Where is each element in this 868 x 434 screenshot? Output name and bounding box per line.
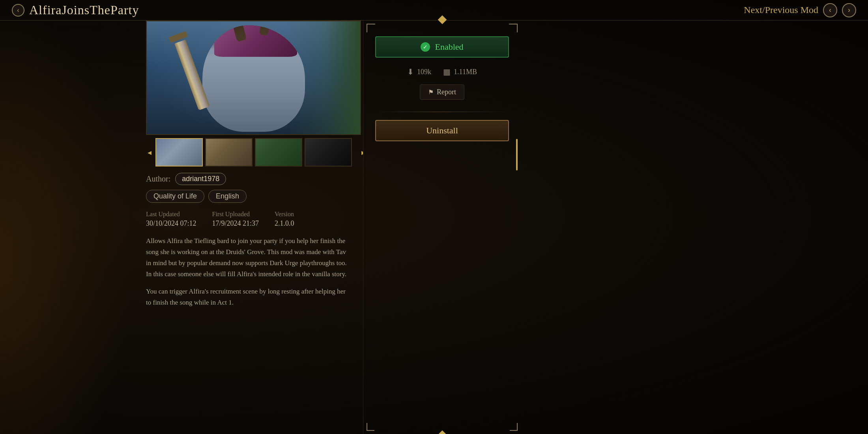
- tag-quality-of-life[interactable]: Quality of Life: [146, 190, 204, 203]
- version-item: Version 2.1.0.0: [275, 211, 294, 228]
- panel-diamond-bottom: [438, 430, 447, 434]
- nav-prev-button[interactable]: ‹: [823, 3, 837, 17]
- file-size: 1.11MB: [454, 68, 477, 76]
- header: ‹ AlfiraJoinsTheParty Next/Previous Mod …: [0, 0, 868, 21]
- downloads-count: 109k: [417, 68, 431, 76]
- character-face: [202, 25, 305, 132]
- enabled-label: Enabled: [435, 42, 463, 52]
- thumb-2-bg: [206, 139, 252, 166]
- description: Allows Alfira the Tiefling bard to join …: [146, 236, 351, 308]
- panel-corner-br: [510, 423, 518, 431]
- content-area: ◂ ▸ Author:: [0, 21, 868, 434]
- last-updated-label: Last Updated: [146, 211, 196, 218]
- uninstall-button[interactable]: Uninstall: [375, 120, 509, 141]
- last-updated-value: 30/10/2024 07:12: [146, 219, 196, 228]
- divider: [375, 112, 509, 112]
- scroll-indicator: [516, 139, 518, 170]
- first-uploaded-item: First Uploaded 17/9/2024 21:37: [212, 211, 259, 228]
- report-button[interactable]: ⚑ Report: [420, 84, 464, 100]
- next-prev-label: Next/Previous Mod: [744, 5, 818, 15]
- filesize-stat: ▦ 1.11MB: [443, 67, 477, 77]
- tag-english[interactable]: English: [208, 190, 247, 203]
- download-icon: ⬇: [407, 67, 414, 77]
- enabled-button[interactable]: ✓ Enabled: [375, 36, 509, 58]
- version-value: 2.1.0.0: [275, 219, 294, 228]
- report-btn-wrapper: ⚑ Report: [375, 84, 509, 112]
- main-container: ‹ AlfiraJoinsTheParty Next/Previous Mod …: [0, 0, 868, 434]
- thumbnail-next-arrow[interactable]: ▸: [360, 148, 363, 157]
- description-para-2: You can trigger Alfira's recruitment sce…: [146, 286, 351, 308]
- checkmark-icon: ✓: [421, 42, 430, 52]
- back-icon: ‹: [17, 7, 19, 14]
- first-uploaded-label: First Uploaded: [212, 211, 259, 218]
- main-image: [146, 21, 361, 135]
- author-row: Author: adriant1978: [146, 173, 351, 185]
- file-icon: ▦: [443, 67, 451, 77]
- report-label: Report: [437, 88, 456, 96]
- first-uploaded-value: 17/9/2024 21:37: [212, 219, 259, 228]
- thumbnail-1[interactable]: [155, 138, 203, 166]
- tags-row: Quality of Life English: [146, 190, 351, 203]
- nav-next-button[interactable]: ›: [842, 3, 856, 17]
- thumbnail-strip-container: ◂ ▸: [146, 138, 351, 166]
- flag-icon: ⚑: [428, 88, 434, 96]
- thumbnail-4[interactable]: [305, 138, 352, 166]
- thumb-4-bg: [305, 139, 351, 166]
- author-label: Author:: [146, 174, 170, 183]
- stats-row: ⬇ 109k ▦ 1.11MB: [375, 67, 509, 77]
- downloads-stat: ⬇ 109k: [407, 67, 431, 77]
- chevron-left-icon: ‹: [829, 6, 831, 14]
- description-para-1: Allows Alfira the Tiefling bard to join …: [146, 236, 351, 280]
- author-tag[interactable]: adriant1978: [175, 173, 226, 185]
- back-button[interactable]: ‹: [12, 4, 24, 17]
- panel-corner-bl: [367, 423, 374, 431]
- chevron-right-icon: ›: [848, 6, 850, 14]
- control-panel: ✓ Enabled ⬇ 109k ▦ 1.11MB ⚑ Report: [363, 21, 521, 434]
- version-label: Version: [275, 211, 294, 218]
- thumb-1-bg: [156, 139, 202, 166]
- character-hair: [214, 25, 297, 57]
- header-right: Next/Previous Mod ‹ ›: [744, 3, 856, 17]
- page-title: AlfiraJoinsTheParty: [29, 3, 139, 17]
- header-left: ‹ AlfiraJoinsTheParty: [12, 3, 139, 17]
- last-updated-item: Last Updated 30/10/2024 07:12: [146, 211, 196, 228]
- meta-row: Last Updated 30/10/2024 07:12 First Uplo…: [146, 211, 351, 228]
- character-portrait: [147, 21, 360, 134]
- thumbnail-2[interactable]: [205, 138, 253, 166]
- thumb-3-bg: [256, 139, 301, 166]
- thumbnail-3[interactable]: [255, 138, 302, 166]
- thumbnail-prev-arrow[interactable]: ◂: [146, 148, 153, 157]
- mod-panel: ◂ ▸ Author:: [0, 21, 363, 434]
